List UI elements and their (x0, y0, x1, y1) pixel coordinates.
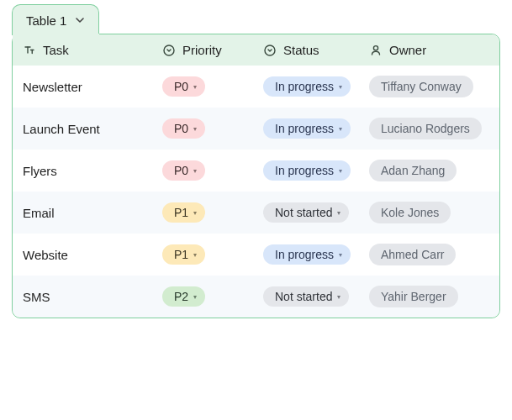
priority-pill[interactable]: P0▾ (162, 160, 205, 181)
priority-cell: P1▾ (162, 202, 263, 223)
status-cell: In progress▾ (263, 118, 369, 139)
status-cell: Not started▾ (263, 202, 369, 223)
priority-pill[interactable]: P1▾ (162, 244, 205, 265)
priority-pill[interactable]: P1▾ (162, 202, 205, 223)
status-pill[interactable]: Not started▾ (263, 286, 349, 307)
priority-cell: P0▾ (162, 160, 263, 181)
owner-pill[interactable]: Adan Zhang (369, 160, 457, 181)
task-cell[interactable]: Flyers (23, 164, 162, 178)
chevron-down-icon: ▾ (193, 125, 197, 133)
text-icon (23, 44, 36, 57)
table-rows: NewsletterP0▾In progress▾Tiffany ConwayL… (13, 66, 499, 318)
task-cell[interactable]: SMS (23, 290, 162, 304)
chevron-down-icon: ▾ (193, 83, 197, 91)
table-container: Table 1 Task Priority (12, 34, 500, 318)
task-cell[interactable]: Newsletter (23, 80, 162, 94)
chevron-down-icon: ▾ (339, 83, 342, 91)
column-header-label: Priority (182, 43, 222, 57)
column-header-task[interactable]: Task (23, 43, 162, 57)
priority-pill[interactable]: P0▾ (162, 76, 205, 97)
owner-cell: Yahir Berger (369, 286, 489, 307)
column-header-priority[interactable]: Priority (162, 43, 263, 57)
task-name: Website (23, 248, 68, 262)
chevron-down-icon: ▾ (193, 209, 197, 217)
status-pill[interactable]: In progress▾ (263, 118, 351, 139)
priority-cell: P1▾ (162, 244, 263, 265)
svg-point-0 (164, 45, 174, 55)
status-pill[interactable]: In progress▾ (263, 244, 351, 265)
dropdown-circle-icon (162, 44, 176, 57)
tab-label: Table 1 (26, 13, 66, 28)
chevron-down-icon: ▾ (339, 125, 342, 133)
priority-label: P2 (174, 290, 188, 303)
column-header-label: Status (283, 43, 319, 57)
status-label: In progress (275, 122, 334, 135)
tab-table-1[interactable]: Table 1 (12, 4, 99, 35)
owner-cell: Ahmed Carr (369, 244, 489, 265)
owner-name: Tiffany Conway (381, 80, 462, 93)
column-header-owner[interactable]: Owner (369, 43, 489, 57)
status-cell: In progress▾ (263, 244, 369, 265)
status-label: Not started (275, 290, 332, 303)
status-label: In progress (275, 248, 334, 261)
chevron-down-icon: ▾ (339, 167, 342, 175)
table-row: Launch EventP0▾In progress▾Luciano Rodge… (13, 108, 499, 150)
owner-pill[interactable]: Yahir Berger (369, 286, 458, 307)
owner-name: Luciano Rodgers (381, 122, 470, 135)
person-icon (369, 44, 383, 57)
column-header-status[interactable]: Status (263, 43, 369, 57)
table-row: NewsletterP0▾In progress▾Tiffany Conway (13, 66, 499, 108)
status-pill[interactable]: Not started▾ (263, 202, 349, 223)
status-label: Not started (275, 206, 332, 219)
task-cell[interactable]: Email (23, 206, 162, 220)
table-row: SMSP2▾Not started▾Yahir Berger (13, 276, 499, 318)
priority-label: P0 (174, 80, 188, 93)
status-pill[interactable]: In progress▾ (263, 160, 351, 181)
owner-cell: Kole Jones (369, 202, 489, 223)
priority-label: P1 (174, 248, 188, 261)
owner-name: Yahir Berger (381, 290, 446, 303)
priority-cell: P2▾ (162, 286, 263, 307)
priority-pill[interactable]: P0▾ (162, 118, 205, 139)
priority-label: P0 (174, 122, 188, 135)
owner-name: Ahmed Carr (381, 248, 444, 261)
table-row: EmailP1▾Not started▾Kole Jones (13, 192, 499, 234)
priority-label: P1 (174, 206, 188, 219)
priority-cell: P0▾ (162, 118, 263, 139)
chevron-down-icon: ▾ (193, 251, 197, 259)
svg-point-2 (373, 45, 377, 50)
owner-name: Kole Jones (381, 206, 439, 219)
dropdown-circle-icon (263, 44, 277, 57)
status-cell: In progress▾ (263, 160, 369, 181)
priority-pill[interactable]: P2▾ (162, 286, 205, 307)
chevron-down-icon: ▾ (337, 293, 340, 301)
status-label: In progress (275, 164, 334, 177)
priority-cell: P0▾ (162, 76, 263, 97)
task-cell[interactable]: Website (23, 248, 162, 262)
task-name: SMS (23, 290, 50, 304)
owner-cell: Tiffany Conway (369, 76, 489, 97)
svg-point-1 (265, 45, 275, 55)
task-cell[interactable]: Launch Event (23, 122, 162, 136)
task-name: Email (23, 206, 55, 220)
chevron-down-icon: ▾ (337, 209, 340, 217)
chevron-down-icon: ▾ (193, 293, 197, 301)
status-label: In progress (275, 80, 334, 93)
owner-cell: Luciano Rodgers (369, 118, 489, 139)
column-header-label: Task (43, 43, 69, 57)
task-name: Newsletter (23, 80, 82, 94)
status-cell: In progress▾ (263, 76, 369, 97)
table-row: FlyersP0▾In progress▾Adan Zhang (13, 150, 499, 192)
owner-pill[interactable]: Ahmed Carr (369, 244, 456, 265)
status-cell: Not started▾ (263, 286, 369, 307)
owner-name: Adan Zhang (381, 164, 445, 177)
owner-pill[interactable]: Kole Jones (369, 202, 451, 223)
owner-pill[interactable]: Tiffany Conway (369, 76, 473, 97)
task-name: Flyers (23, 164, 57, 178)
chevron-down-icon: ▾ (193, 167, 197, 175)
status-pill[interactable]: In progress▾ (263, 76, 351, 97)
owner-cell: Adan Zhang (369, 160, 489, 181)
table-row: WebsiteP1▾In progress▾Ahmed Carr (13, 234, 499, 276)
owner-pill[interactable]: Luciano Rodgers (369, 118, 482, 139)
table-header-row: Task Priority Status Ow (13, 34, 499, 66)
